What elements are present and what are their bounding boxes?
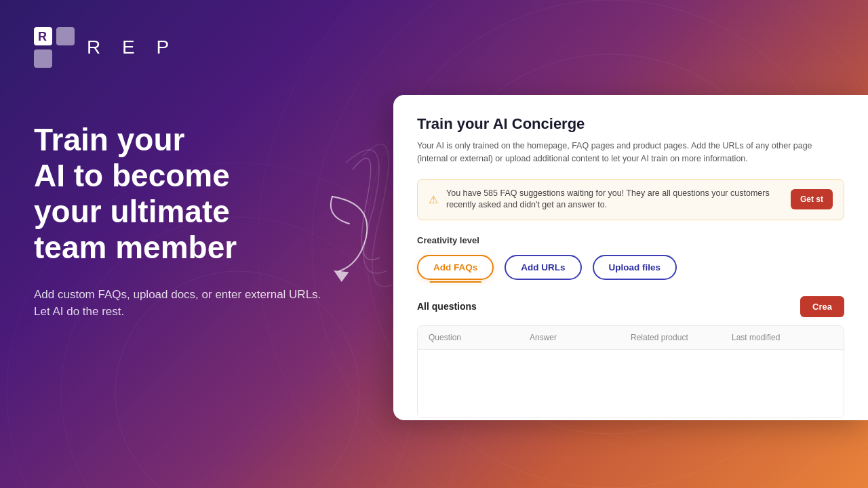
info-banner-text: You have 585 FAQ suggestions waiting for… <box>446 188 783 211</box>
questions-label: All questions <box>417 301 477 312</box>
table-header: Question Answer Related product Last mod… <box>418 326 844 350</box>
info-icon: ⚠ <box>429 193 438 206</box>
tab-add-faqs[interactable]: Add FAQs <box>417 255 494 280</box>
col-related-product: Related product <box>631 333 732 342</box>
questions-table: Question Answer Related product Last mod… <box>417 325 844 418</box>
svg-marker-12 <box>334 266 351 283</box>
tab-add-urls[interactable]: Add URLs <box>505 255 581 280</box>
table-body <box>418 350 844 418</box>
right-panel: Train your AI Concierge Your AI is only … <box>393 95 868 420</box>
create-button[interactable]: Crea <box>800 296 844 317</box>
panel-title: Train your AI Concierge <box>417 115 844 133</box>
col-question: Question <box>429 333 530 342</box>
tab-upload-files[interactable]: Upload files <box>593 255 677 280</box>
tabs-row: Add FAQs Add URLs Upload files <box>417 255 844 280</box>
arrow-illustration <box>312 190 387 287</box>
hero-title: Train yourAI to becomeyour ultimateteam … <box>34 122 359 266</box>
svg-rect-9 <box>56 27 75 45</box>
logo-icon: R <box>34 27 75 68</box>
col-answer: Answer <box>530 333 631 342</box>
hero-subtitle: Add custom FAQs, upload docs, or enter e… <box>34 286 326 321</box>
questions-header: All questions Crea <box>417 296 844 317</box>
logo-text: R E P <box>87 37 177 58</box>
col-last-modified: Last modified <box>732 333 833 342</box>
get-started-button[interactable]: Get st <box>791 189 833 209</box>
svg-rect-10 <box>34 49 52 68</box>
svg-text:R: R <box>38 30 47 43</box>
panel-description: Your AI is only trained on the homepage,… <box>417 140 844 165</box>
logo: R R E P <box>34 27 359 68</box>
creativity-label: Creativity level <box>417 235 844 245</box>
info-banner: ⚠ You have 585 FAQ suggestions waiting f… <box>417 179 844 220</box>
